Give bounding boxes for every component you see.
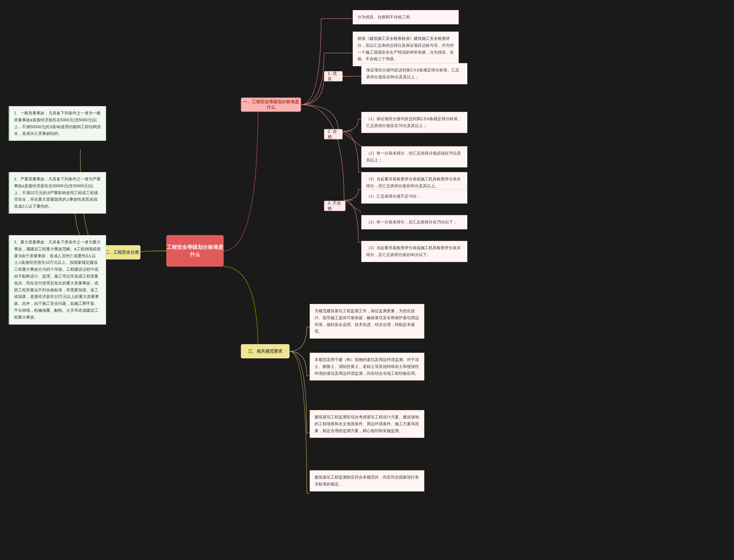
hege-content2-text: （2）有一分表未得分，但汇总表得分值必须在75分及其以上； bbox=[366, 151, 461, 162]
branch2-content3: 3、重大质量事故：凡具备下类条件之一者为重大事故，属建设工程重大事故范畴。a工程… bbox=[9, 235, 106, 325]
buhege-content1: （1）汇总表得分值不足70分； bbox=[361, 189, 467, 204]
branch1-top-text1: 分为优良、合格和不合格三类。 bbox=[358, 15, 414, 19]
branch3-content2: 本规范适用于建（构）筑物的基坑及周边环境监测。对于冻土、膨胀土、湿陷性黄土、老粘… bbox=[310, 353, 424, 381]
branch3-content4: 建筑基坑工程监测除应符合本规范外，尚应符合国家现行有关标准的规定。 bbox=[310, 470, 424, 491]
buhege-subnode: 3. 不合格 bbox=[324, 201, 345, 211]
branch3-content3: 建筑基坑工程监测应综合考虑基坑工程设计方案、建设场地的工程地质和水文地质条件、周… bbox=[310, 410, 424, 438]
branch1-top-text2: 根据《建筑施工安全检查标准》建筑施工安全检查评分，应以汇总表的总得分及保证项目达… bbox=[358, 36, 454, 61]
hege-content1: （1）保证项目分值均应达到第2.0.6条规定得分标准，汇总表得分值应在70分及其… bbox=[361, 112, 467, 133]
mindmap-container: 工程安全等级划分标准是什么 一、工程安全等级划分标准是什么 二、工程安全分类 三… bbox=[0, 0, 734, 560]
branch3-node: 三、相关规范要求 bbox=[241, 344, 290, 358]
branch2-content1-text: 1、一般质量事故：凡具备下列条件之一者为一般质量事故a直接经济损失在5000元(… bbox=[14, 111, 101, 136]
branch3-content1: 为规范建筑基坑工程监测工作，保证监测质量，为优化设计、指导施工提供可靠依据，确保… bbox=[310, 304, 424, 339]
buhege-content2: （2）有一分表未得分，且汇总表得分在75分以下； bbox=[361, 215, 467, 229]
branch1-label: 一、工程安全等级划分标准是什么 bbox=[241, 98, 300, 111]
branch2-content1: 1、一般质量事故：凡具备下列条件之一者为一般质量事故a直接经济损失在5000元(… bbox=[9, 106, 106, 141]
branch3-content1-text: 为规范建筑基坑工程监测工作，保证监测质量，为优化设计、指导施工提供可靠依据，确保… bbox=[315, 309, 419, 333]
youjia-content: 保证项目分值均应达到第2.0.6条规定得分标准。汇总表得分值应在80分及其以上； bbox=[361, 63, 467, 84]
buhege-content3-text: （3）当起重吊装检查评分表或施工机具检查评分表未得分，且汇总表得分值在80分以下… bbox=[366, 245, 461, 257]
branch3-label: 三、相关规范要求 bbox=[248, 349, 282, 354]
branch2-content2-text: 2、严重质量事故：凡具备下列条件之一者为严重事故a直接经济损失在50000元(含… bbox=[14, 177, 101, 208]
buhege-content1-text: （1）汇总表得分值不足70分； bbox=[366, 194, 421, 198]
branch3-content3-text: 建筑基坑工程监测应综合考虑基坑工程设计方案、建设场地的工程地质和水文地质条件、周… bbox=[315, 415, 419, 433]
branch1-top-box1: 分为优良、合格和不合格三类。 bbox=[353, 10, 459, 24]
buhege-label: 3. 不合格 bbox=[328, 200, 342, 211]
branch3-content4-text: 建筑基坑工程监测除应符合本规范外，尚应符合国家现行有关标准的规定。 bbox=[315, 475, 419, 486]
youjia-label: 1. 优良 bbox=[328, 71, 339, 82]
hege-content3-text: （3）当起重吊装检查评分表或施工机具检查评分表未得分，但汇总表得分值在80分及其… bbox=[366, 177, 461, 188]
branch2-label: 二、工程安全分类 bbox=[105, 250, 139, 255]
hege-content2: （2）有一分表未得分，但汇总表得分值必须在75分及其以上； bbox=[361, 146, 467, 167]
youjia-subnode: 1. 优良 bbox=[324, 71, 343, 81]
branch1-node: 一、工程安全等级划分标准是什么 bbox=[241, 97, 301, 112]
branch1-top-box2: 根据《建筑施工安全检查标准》建筑施工安全检查评分，应以汇总表的总得分及保证项目达… bbox=[353, 32, 459, 66]
center-node: 工程安全等级划分标准是什么 bbox=[166, 235, 224, 267]
branch3-content2-text: 本规范适用于建（构）筑物的基坑及周边环境监测。对于冻土、膨胀土、湿陷性黄土、老粘… bbox=[315, 357, 419, 376]
hege-subnode: 2. 合格 bbox=[324, 129, 343, 139]
branch2-content2: 2、严重质量事故：凡具备下列条件之一者为严重事故a直接经济损失在50000元(含… bbox=[9, 172, 106, 214]
youjia-content-text: 保证项目分值均应达到第2.0.6条规定得分标准。汇总表得分值应在80分及其以上； bbox=[366, 68, 459, 79]
branch2-node: 二、工程安全分类 bbox=[103, 245, 140, 259]
hege-label: 2. 合格 bbox=[328, 129, 339, 140]
hege-content1-text: （1）保证项目分值均应达到第2.0.6条规定得分标准，汇总表得分值应在70分及其… bbox=[366, 116, 462, 128]
center-label: 工程安全等级划分标准是什么 bbox=[166, 244, 224, 258]
branch2-content3-text: 3、重大质量事故：凡具备下类条件之一者为重大事故，属建设工程重大事故范畴。a工程… bbox=[14, 240, 101, 319]
buhege-content3: （3）当起重吊装检查评分表或施工机具检查评分表未得分，且汇总表得分值在80分以下… bbox=[361, 241, 467, 262]
buhege-content2-text: （2）有一分表未得分，且汇总表得分在75分以下； bbox=[366, 220, 457, 224]
